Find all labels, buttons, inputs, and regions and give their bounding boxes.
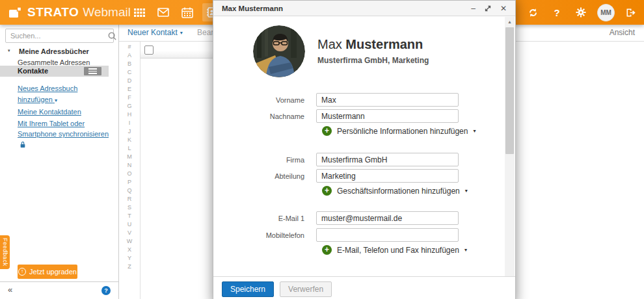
alphabet-letter[interactable]: I — [129, 119, 131, 127]
scrollbar-thumb[interactable] — [505, 27, 514, 154]
alphabet-letter[interactable]: C — [127, 68, 132, 77]
dialog-scrollbar[interactable]: ▲ — [505, 17, 515, 299]
plus-icon: + — [322, 126, 332, 136]
collapse-sidebar-icon[interactable]: « — [8, 285, 12, 294]
alphabet-letter[interactable]: K — [127, 136, 131, 144]
alphabet-letter[interactable]: H — [127, 110, 132, 119]
save-button[interactable]: Speichern — [222, 281, 274, 297]
alphabet-letter[interactable]: W — [127, 237, 133, 246]
scroll-up-icon[interactable]: ▲ — [505, 17, 515, 26]
folders-sidebar: ▾ Meine Adressbücher Gesammelte Adressen… — [0, 25, 119, 299]
contact-subtitle: Musterfirma GmbH, Marketing — [317, 56, 429, 65]
add-addressbook-link[interactable]: Neues Adressbuch hinzufügen ▾ — [18, 83, 114, 106]
last-name-field[interactable] — [316, 109, 459, 123]
strato-logo[interactable]: STRATO Webmail — [0, 5, 131, 20]
new-contact-button[interactable]: Neuer Kontakt ▾ — [127, 28, 183, 37]
contact-edit-dialog: Max Mustermann – ✕ — [213, 0, 516, 299]
sidebar-footer: « ? — [0, 281, 118, 299]
contact-photo[interactable] — [253, 25, 305, 77]
add-email-phone-fax-link[interactable]: + E-Mail, Telefon und Fax hinzufügen ▾ — [322, 245, 467, 255]
strato-webmail-app: STRATO Webmail ? MM — [0, 0, 644, 299]
mobile-label: Mobiltelefon — [213, 231, 304, 239]
close-icon[interactable]: ✕ — [500, 5, 507, 12]
caret-down-icon: ▾ — [473, 128, 476, 134]
calendar-icon[interactable] — [178, 3, 196, 21]
upgrade-button[interactable]: ↑ Jetzt upgraden — [18, 265, 77, 279]
logout-icon[interactable] — [623, 5, 639, 20]
alphabet-letter[interactable]: E — [127, 85, 131, 94]
mobile-field[interactable] — [316, 228, 459, 242]
alphabet-letter[interactable]: # — [127, 43, 131, 51]
add-personal-info-link[interactable]: + Persönliche Informationen hinzufügen ▾ — [322, 126, 476, 136]
refresh-icon[interactable] — [525, 5, 541, 20]
add-business-info-link[interactable]: + Geschäftsinformationen hinzufügen ▾ — [322, 186, 468, 196]
dialog-titlebar[interactable]: Max Mustermann – ✕ — [213, 1, 515, 16]
alphabet-letter[interactable]: V — [127, 229, 131, 237]
caret-down-icon: ▾ — [465, 188, 468, 194]
department-label: Abteilung — [213, 172, 304, 180]
upgrade-arrow-icon: ↑ — [18, 268, 26, 276]
sidebar-links: Neues Adressbuch hinzufügen ▾ Meine Kont… — [18, 83, 114, 151]
company-label: Firma — [213, 156, 304, 164]
mail-icon[interactable] — [154, 3, 172, 21]
folder-actions-menu-icon[interactable] — [84, 67, 101, 75]
window-controls: – ✕ — [471, 5, 507, 12]
alphabet-letter[interactable]: J — [128, 127, 131, 136]
alphabet-letter[interactable]: O — [127, 170, 131, 178]
minimize-icon[interactable]: – — [471, 5, 476, 12]
feedback-tab[interactable]: Feedback — [0, 235, 10, 269]
plus-icon: + — [322, 245, 332, 255]
alphabet-letter[interactable]: R — [127, 195, 132, 203]
alphabet-letter[interactable]: M — [127, 153, 132, 161]
contact-list-header — [141, 42, 214, 58]
alphabet-letter[interactable]: X — [127, 246, 131, 254]
dialog-footer: Speichern Verwerfen — [213, 276, 515, 299]
alphabet-index-rail: #ABCDEFGHIJKLMNOPQRSTUVWXYZ — [119, 42, 141, 299]
brand-product: Webmail — [83, 5, 131, 20]
caret-down-icon: ▾ — [180, 30, 183, 36]
discard-button[interactable]: Verwerfen — [280, 281, 332, 297]
brand-name: STRATO — [27, 5, 79, 20]
alphabet-letter[interactable]: Y — [127, 254, 131, 263]
search-input[interactable] — [6, 32, 107, 40]
alphabet-letter[interactable]: U — [127, 220, 132, 229]
help-icon[interactable]: ? — [549, 5, 565, 20]
my-contact-data-link[interactable]: Meine Kontaktdaten — [18, 107, 114, 118]
plus-icon: + — [322, 186, 332, 196]
footer-help-icon[interactable]: ? — [101, 286, 111, 295]
department-field[interactable] — [316, 169, 459, 183]
expander-icon[interactable]: ▾ — [8, 48, 10, 53]
alphabet-letter[interactable]: F — [127, 94, 131, 102]
alphabet-letter[interactable]: G — [127, 102, 131, 110]
app-launcher-nav — [130, 0, 221, 25]
email1-field[interactable] — [316, 211, 459, 225]
sync-devices-link[interactable]: Mit Ihrem Tablet oder Smartphone synchro… — [18, 118, 114, 151]
dialog-title: Max Mustermann — [222, 5, 283, 12]
alphabet-letter[interactable]: Q — [127, 187, 131, 195]
search-box — [5, 29, 114, 43]
apps-grid-icon[interactable] — [130, 3, 148, 21]
caret-down-icon: ▾ — [464, 247, 467, 253]
alphabet-letter[interactable]: A — [127, 51, 131, 60]
sidebar-item-contacts[interactable]: Kontakte — [0, 66, 109, 77]
first-name-field[interactable] — [316, 93, 459, 107]
contact-heading: Max Mustermann Musterfirma GmbH, Marketi… — [317, 37, 429, 65]
email1-label: E-Mail 1 — [213, 214, 304, 222]
select-all-checkbox[interactable] — [144, 46, 154, 55]
search-icon[interactable] — [107, 31, 117, 41]
settings-gear-icon[interactable] — [573, 5, 589, 20]
sidebar-root-my-addressbooks[interactable]: ▾ Meine Adressbücher — [0, 47, 119, 57]
expand-icon[interactable] — [485, 5, 491, 12]
user-avatar[interactable]: MM — [597, 4, 615, 21]
alphabet-letter[interactable]: Z — [127, 263, 131, 271]
alphabet-letter[interactable]: D — [127, 77, 132, 85]
company-field[interactable] — [316, 153, 459, 166]
header-right-controls: ? MM — [525, 0, 639, 25]
view-menu-button[interactable]: Ansicht — [610, 28, 635, 37]
alphabet-letter[interactable]: P — [127, 178, 131, 187]
alphabet-letter[interactable]: N — [127, 161, 132, 170]
alphabet-letter[interactable]: S — [127, 203, 131, 212]
alphabet-letter[interactable]: B — [127, 60, 131, 68]
alphabet-letter[interactable]: L — [127, 144, 131, 153]
alphabet-letter[interactable]: T — [127, 212, 131, 220]
